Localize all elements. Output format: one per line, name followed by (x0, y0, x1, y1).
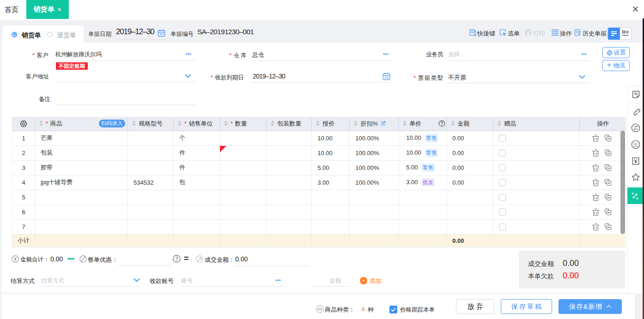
svg-text:欠: 欠 (633, 142, 638, 147)
